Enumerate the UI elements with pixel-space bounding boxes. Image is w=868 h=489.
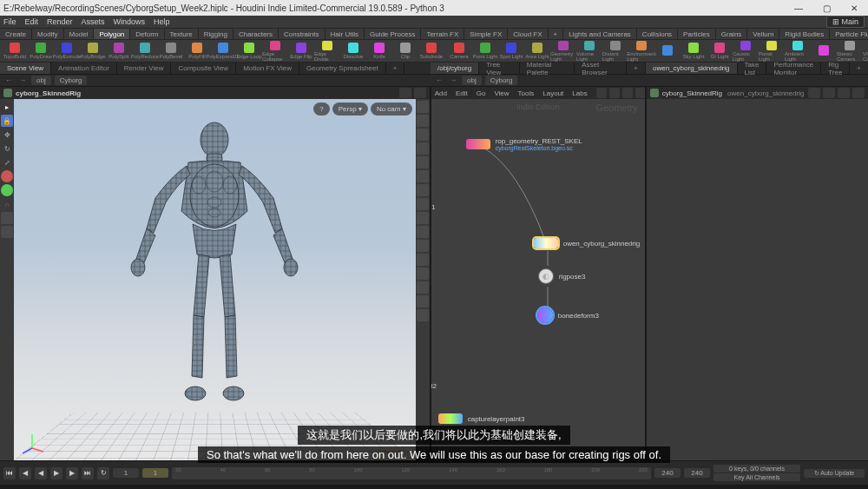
shelf-tool[interactable]: Camera [446, 41, 472, 62]
shelf-tab[interactable]: Simple FX [464, 29, 508, 39]
pane-tab[interactable]: Render View [117, 63, 172, 74]
path-obj[interactable]: obj [31, 76, 51, 85]
shelf-tool[interactable]: PolyDraw [28, 41, 54, 62]
current-frame-field[interactable]: 1 [142, 468, 168, 478]
network-view[interactable]: Geometry Indie Edition rop_geometry_REST… [431, 99, 645, 460]
shelf-tool[interactable]: Point Light [472, 41, 498, 62]
shelf-tool[interactable]: Ambient Light [785, 41, 811, 62]
play-button[interactable]: ▶ [50, 467, 62, 479]
shelf-tool[interactable]: Volume Light [576, 41, 602, 62]
pane-tab[interactable]: Tree View [479, 63, 520, 74]
hq-icon[interactable] [417, 281, 429, 294]
shelf-tool[interactable]: Geometry Light [550, 41, 576, 62]
play-reverse-button[interactable]: ◀ [35, 467, 47, 479]
shelf-tab[interactable]: Rigid Bodies [779, 29, 830, 39]
nav-back-icon[interactable]: ← [434, 76, 444, 86]
pin-icon[interactable] [852, 88, 865, 98]
shelf-tab[interactable]: Polygon [94, 29, 130, 39]
shelf-tab[interactable]: Modify [32, 29, 64, 39]
shelf-tool[interactable]: Edge Collapse [262, 41, 288, 62]
link-icon[interactable] [414, 88, 426, 98]
node-capturelayerpaint[interactable]: capturelayerpaint3 [438, 413, 525, 424]
3d-viewport[interactable]: ? Persp ▾ No cam ▾ Indie Edition [14, 99, 416, 460]
menu-help[interactable]: Help [154, 17, 170, 26]
shelf-tab[interactable]: Particles [678, 29, 716, 39]
loop-button[interactable]: ↻ [97, 467, 109, 479]
end-frame-field[interactable]: 240 [654, 468, 681, 478]
minimize-button[interactable]: — [788, 2, 809, 14]
shelf-tab[interactable]: Hair Utils [326, 29, 365, 39]
node-bonedeform[interactable]: bonedeform3 [537, 307, 599, 323]
nav-fwd-icon[interactable]: → [17, 76, 28, 86]
pane-tab[interactable]: /obj/cyborg [431, 63, 479, 74]
last-frame-button[interactable]: ⏭ [82, 467, 94, 479]
path-obj[interactable]: obj [462, 76, 482, 85]
global-end-field[interactable]: 240 [684, 468, 710, 478]
shelf-tab[interactable]: Particle Fluids [830, 29, 868, 39]
close-button[interactable]: ✕ [844, 2, 865, 14]
shelf-tool[interactable]: PolyBevel [158, 41, 184, 62]
shelf-tab[interactable]: Constraints [279, 29, 325, 39]
shelf-tab[interactable]: Characters [233, 29, 279, 39]
normals-icon[interactable] [417, 184, 429, 196]
pane-tab[interactable]: Rig Tree [821, 63, 850, 74]
node-skinnedrig[interactable]: owen_cyborg_skinnedrig [534, 238, 641, 248]
net-icon[interactable] [622, 88, 633, 98]
shelf-tool[interactable]: Subdivide [418, 41, 444, 62]
shelf-tab[interactable]: Guide Process [365, 29, 421, 39]
desktop-selector[interactable]: ⊞ Main [826, 16, 865, 28]
pane-tab[interactable]: Material Palette [520, 63, 575, 74]
shelf-tool[interactable] [654, 41, 681, 62]
pane-tab[interactable]: Motion FX View [236, 63, 299, 74]
shelf-tool[interactable]: PolyExtrude [54, 41, 80, 62]
shelf-tab[interactable]: Create [0, 29, 32, 39]
net-menu-tools[interactable]: Tools [518, 89, 535, 97]
points-icon[interactable] [417, 198, 429, 210]
character-mesh[interactable] [93, 116, 336, 430]
pin-icon[interactable] [399, 88, 411, 98]
shelf-tool[interactable]: Area Light [524, 41, 550, 62]
path-cyborg[interactable]: Cyborg [485, 76, 518, 85]
lighting-icon[interactable] [417, 156, 429, 169]
shelf-tab[interactable]: Vellum [747, 29, 779, 39]
paint-tool-icon[interactable] [1, 184, 13, 196]
first-frame-button[interactable]: ⏮ [3, 467, 16, 479]
menu-file[interactable]: File [3, 17, 16, 26]
shelf-tool[interactable]: Distant Light [602, 41, 628, 62]
pane-tab[interactable]: + [386, 63, 405, 74]
prev-frame-button[interactable]: ◀ [19, 467, 31, 479]
shelf-tab[interactable]: Texture [165, 29, 199, 39]
shelf-tool[interactable]: PolyBridge [80, 41, 106, 62]
help-icon[interactable] [838, 88, 850, 98]
shelf-tool[interactable]: Stereo Camera [837, 41, 863, 62]
shelf-tool[interactable]: Caustic Light [733, 41, 759, 62]
pane-tab[interactable]: Geometry Spreadsheet [299, 63, 386, 74]
shelf-tool[interactable]: Clip [392, 41, 418, 62]
net-menu-add[interactable]: Add [435, 89, 447, 97]
magnet-icon[interactable]: ∩ [1, 198, 13, 210]
bg-icon[interactable] [417, 295, 429, 307]
shelf-tool[interactable]: PolyReduce [132, 41, 158, 62]
net-menu-view[interactable]: View [494, 89, 509, 97]
pane-tab[interactable]: owen_cyborg_skinnedrig [646, 63, 738, 74]
menu-assets[interactable]: Assets [82, 17, 105, 26]
pane-tab[interactable]: Composite View [171, 63, 236, 74]
ghost-icon[interactable] [417, 142, 429, 155]
lock-icon[interactable]: 🔒 [1, 115, 13, 127]
camera-persp-dropdown[interactable]: Persp ▾ [332, 102, 368, 116]
shelf-tool[interactable]: TopoBuild [2, 41, 28, 62]
menu-edit[interactable]: Edit [25, 17, 39, 26]
shelf-tab[interactable]: Lights and Cameras [563, 29, 637, 39]
camera-select-dropdown[interactable]: No cam ▾ [371, 102, 412, 116]
rotate-tool-icon[interactable]: ↻ [1, 142, 13, 155]
shelf-tab[interactable]: Collisions [637, 29, 678, 39]
shelf-tab[interactable]: Rigging [199, 29, 233, 39]
shelf-tool[interactable] [811, 41, 837, 62]
textures-icon[interactable] [417, 240, 429, 252]
shelf-tool[interactable]: Environment Light [628, 41, 654, 62]
ao-icon[interactable] [417, 268, 429, 280]
net-icon[interactable] [596, 88, 607, 98]
nav-back-icon[interactable]: ← [3, 76, 14, 86]
shelf-tab[interactable]: Terrain FX [421, 29, 464, 39]
shelf-tool[interactable]: VR Camera [863, 41, 868, 62]
